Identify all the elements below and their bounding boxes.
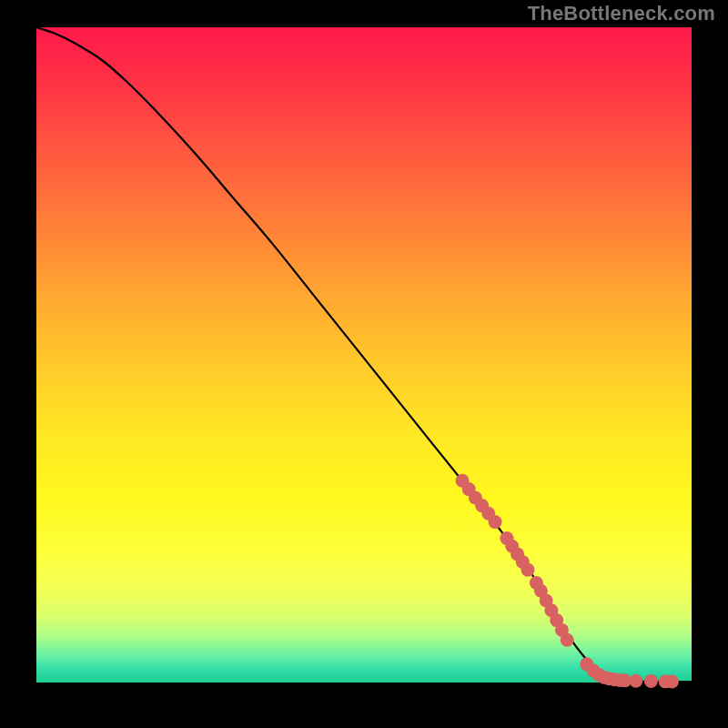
plot-area [36, 27, 692, 682]
marker-point [644, 674, 658, 688]
marker-point [629, 674, 642, 688]
marker-point [665, 674, 679, 688]
marker-point [521, 563, 535, 577]
marker-point [489, 515, 502, 529]
marker-point [561, 633, 574, 647]
curve-layer [36, 27, 692, 682]
chart-stage: TheBottleneck.com [0, 0, 728, 728]
markers-group [456, 474, 679, 689]
base-curve [36, 27, 692, 682]
watermark-label: TheBottleneck.com [528, 2, 715, 25]
